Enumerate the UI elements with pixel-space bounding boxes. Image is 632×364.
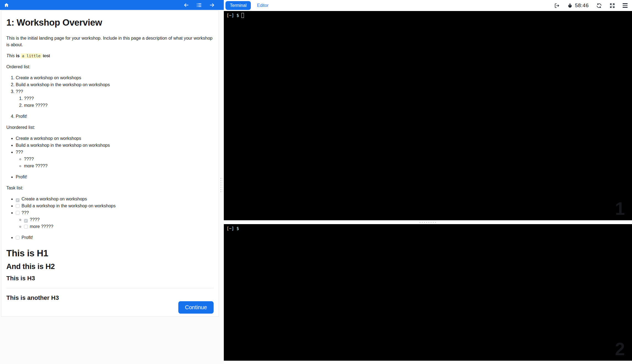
arrow-right-icon: [209, 2, 215, 8]
list-item: ??? ???? more ?????: [16, 149, 214, 169]
ordered-list: Create a workshop on workshops Build a w…: [6, 75, 214, 120]
ordered-list-label: Ordered list:: [6, 64, 214, 70]
list-item: ????: [24, 95, 214, 102]
list-item: Profit!: [16, 174, 214, 180]
horizontal-rule: [6, 288, 214, 288]
timer-value: 58:46: [575, 2, 589, 9]
sign-out-button[interactable]: [554, 3, 560, 9]
terminal-prompt-line: [~] $: [227, 226, 629, 231]
workshop-instructions-panel: 1: Workshop Overview This is the initial…: [0, 0, 224, 364]
inline-code: a little: [21, 53, 41, 58]
continue-button[interactable]: Continue: [178, 301, 214, 314]
workspace-toolbar: Terminal Editor 58:46: [224, 0, 632, 11]
terminal-prompt-line: [~] $: [227, 13, 629, 18]
unordered-list: Create a workshop on workshops Build a w…: [6, 135, 214, 180]
demo-h1: This is H1: [6, 248, 214, 259]
nested-ordered-list: ???? more ?????: [16, 95, 214, 109]
workspace-panel: Terminal Editor 58:46: [224, 0, 632, 364]
terminal-split-gutter: [224, 220, 632, 224]
terminal-watermark: 1: [615, 200, 625, 218]
checkbox-checked[interactable]: [24, 219, 28, 223]
task-item: more ?????: [24, 223, 214, 230]
fullscreen-icon: [609, 3, 615, 9]
terminal-prompt: [~] $: [227, 226, 239, 231]
previous-page-button[interactable]: [183, 2, 189, 8]
task-list: Create a workshop on workshops Build a w…: [6, 196, 214, 241]
demo-h2: And this is H2: [6, 262, 214, 271]
demo-h3: This is H3: [6, 275, 214, 282]
terminal-session-2[interactable]: [~] $ 2: [224, 224, 632, 361]
styled-text-paragraph: This is a little test: [6, 53, 214, 59]
workshop-page-content: 1: Workshop Overview This is the initial…: [1, 10, 219, 317]
task-item: ????: [24, 216, 214, 223]
task-item: Profit!: [16, 234, 214, 241]
menu-button[interactable]: [623, 3, 628, 7]
terminal-cursor: [241, 13, 244, 18]
checkbox-unchecked[interactable]: [16, 204, 20, 208]
demo-h3-second: This is another H3: [6, 294, 214, 301]
terminal-session-1[interactable]: [~] $ 1: [224, 11, 632, 220]
list-item: ??? ???? more ?????: [16, 88, 214, 109]
list-item: Build a workshop in the workshop on work…: [16, 142, 214, 149]
bold-text: is: [16, 53, 20, 58]
home-button[interactable]: [4, 2, 9, 8]
sign-out-icon: [554, 3, 560, 9]
checkbox-checked[interactable]: [16, 198, 20, 202]
list-item: Profit!: [16, 113, 214, 120]
refresh-icon: [596, 3, 602, 9]
list-toc-icon: [196, 2, 202, 8]
stopwatch-icon: [567, 3, 573, 8]
session-timer: 58:46: [567, 2, 589, 9]
terminal-watermark: 2: [615, 340, 625, 358]
terminal-prompt: [~] $: [227, 13, 239, 18]
task-item: ??? ???? more ?????: [16, 210, 214, 230]
tab-editor[interactable]: Editor: [257, 3, 268, 8]
list-item: Create a workshop on workshops: [16, 135, 214, 142]
fullscreen-button[interactable]: [609, 3, 615, 9]
list-item: more ?????: [24, 163, 214, 169]
arrow-left-icon: [183, 2, 189, 8]
page-title: 1: Workshop Overview: [6, 17, 214, 28]
task-list-label: Task list:: [6, 185, 214, 191]
refresh-button[interactable]: [596, 3, 602, 9]
menu-icon: [623, 3, 628, 4]
checkbox-unchecked[interactable]: [16, 211, 20, 215]
italic-text: This: [6, 53, 15, 58]
panel-resize-handle[interactable]: [220, 177, 223, 193]
instructions-header-bar: [0, 0, 224, 10]
nested-task-list: ???? more ?????: [16, 216, 214, 230]
tab-terminal[interactable]: Terminal: [225, 1, 251, 10]
checkbox-unchecked[interactable]: [24, 225, 28, 229]
nested-unordered-list: ???? more ?????: [16, 156, 214, 169]
list-item: more ?????: [24, 102, 214, 109]
terminal-resize-handle[interactable]: [419, 221, 437, 223]
task-item: Create a workshop on workshops: [16, 196, 214, 202]
intro-paragraph: This is the initial landing page for you…: [6, 35, 214, 48]
unordered-list-label: Unordered list:: [6, 124, 214, 131]
task-item: Build a workshop in the workshop on work…: [16, 203, 214, 209]
list-item: Build a workshop in the workshop on work…: [16, 82, 214, 88]
next-page-button[interactable]: [209, 2, 215, 8]
table-of-contents-button[interactable]: [196, 2, 202, 8]
strikethrough-text: test: [43, 53, 50, 58]
bottom-spacer: [224, 361, 632, 364]
checkbox-unchecked[interactable]: [16, 236, 20, 240]
list-item: Create a workshop on workshops: [16, 75, 214, 81]
home-icon: [4, 2, 9, 8]
list-item: ????: [24, 156, 214, 162]
